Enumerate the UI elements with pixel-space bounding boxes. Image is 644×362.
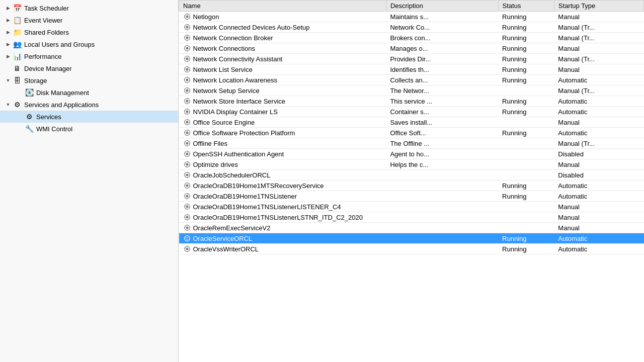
sidebar-item-storage[interactable]: ▼🗄Storage	[0, 74, 178, 86]
expand-icon-performance[interactable]: ▶	[4, 54, 12, 59]
service-icon	[183, 203, 191, 211]
svg-point-29	[186, 111, 188, 113]
svg-point-2	[186, 16, 188, 18]
service-name-text: Network Connected Devices Auto-Setup	[193, 24, 310, 31]
sidebar-item-device-manager[interactable]: 🖥Device Manager	[0, 62, 178, 74]
table-row[interactable]: OracleRemExecServiceV2Manual	[179, 223, 644, 233]
table-row[interactable]: OracleServiceORCLRunningAutomatic	[179, 233, 644, 244]
table-row[interactable]: OracleVssWriterORCLRunningAutomatic	[179, 244, 644, 254]
main-container: ▶📅Task Scheduler▶📋Event Viewer▶📁Shared F…	[0, 0, 644, 362]
service-startup-cell: Manual	[554, 12, 643, 22]
table-row[interactable]: OracleJobSchedulerORCLDisabled	[179, 170, 644, 180]
service-status-cell: Running	[498, 128, 554, 138]
service-status-cell: Running	[498, 244, 554, 254]
service-startup-cell: Automatic	[554, 180, 643, 191]
service-startup-cell: Manual	[554, 223, 643, 233]
service-name-cell: Netlogon	[179, 12, 386, 22]
table-row[interactable]: Office Software Protection PlatformOffic…	[179, 128, 644, 138]
left-panel: ▶📅Task Scheduler▶📋Event Viewer▶📁Shared F…	[0, 0, 179, 362]
table-row[interactable]: Network ConnectionsManages o...RunningMa…	[179, 43, 644, 54]
col-header-status[interactable]: Status	[498, 1, 554, 12]
sidebar-item-local-users-groups[interactable]: ▶👥Local Users and Groups	[0, 38, 178, 50]
expand-icon-storage[interactable]: ▼	[4, 78, 12, 83]
table-row[interactable]: NetlogonMaintains s...RunningManual	[179, 12, 644, 22]
service-icon	[183, 139, 191, 147]
table-row[interactable]: NVIDIA Display Container LSContainer s..…	[179, 107, 644, 117]
service-name-text: Network List Service	[193, 66, 253, 73]
sidebar-item-performance[interactable]: ▶📊Performance	[0, 50, 178, 62]
service-name-cell: OracleOraDB19Home1MTSRecoveryService	[179, 180, 386, 191]
service-startup-cell: Automatic	[554, 244, 643, 254]
node-icon-device-manager: 🖥	[12, 64, 22, 73]
sidebar-item-task-scheduler[interactable]: ▶📅Task Scheduler	[0, 2, 178, 14]
service-icon	[183, 34, 191, 42]
services-table: Name Description Status Startup Type Net…	[179, 0, 644, 254]
expand-icon-services-and-apps[interactable]: ▼	[4, 102, 12, 107]
service-icon	[183, 44, 191, 52]
expand-icon-shared-folders[interactable]: ▶	[4, 30, 12, 35]
sidebar-label-services: Services	[36, 113, 61, 121]
service-icon	[183, 234, 191, 242]
service-startup-cell: Manual (Tr...	[554, 85, 643, 96]
service-icon	[183, 129, 191, 137]
expand-icon-task-scheduler[interactable]: ▶	[4, 6, 12, 11]
sidebar-item-wmi-control[interactable]: 🔧WMI Control	[0, 123, 178, 135]
col-header-name[interactable]: Name	[179, 1, 386, 12]
table-row[interactable]: Office Source EngineSaves install...Manu…	[179, 117, 644, 128]
sidebar-label-wmi-control: WMI Control	[36, 125, 72, 133]
service-desc-cell: Brokers con...	[386, 33, 498, 43]
sidebar-item-services[interactable]: ⚙Services	[0, 111, 178, 123]
node-icon-wmi-control: 🔧	[24, 124, 34, 133]
service-status-cell	[498, 138, 554, 149]
service-name-text: Network Connectivity Assistant	[193, 55, 283, 63]
table-row[interactable]: Network Store Interface ServiceThis serv…	[179, 96, 644, 107]
sidebar-item-services-and-apps[interactable]: ▼⚙Services and Applications	[0, 99, 178, 111]
service-icon	[183, 182, 191, 190]
sidebar-label-device-manager: Device Manager	[24, 65, 72, 72]
service-desc-cell: Identifies th...	[386, 64, 498, 75]
service-name-cell: Network Store Interface Service	[179, 96, 386, 107]
table-row[interactable]: Optimize drivesHelps the c...Manual	[179, 159, 644, 170]
service-status-cell	[498, 159, 554, 170]
service-name-cell: OpenSSH Authentication Agent	[179, 149, 386, 159]
expand-icon-local-users-groups[interactable]: ▶	[4, 42, 12, 47]
sidebar-item-disk-management[interactable]: 💽Disk Management	[0, 86, 178, 99]
col-header-startup[interactable]: Startup Type	[554, 1, 643, 12]
right-panel: Name Description Status Startup Type Net…	[179, 0, 644, 362]
node-icon-event-viewer: 📋	[12, 16, 22, 25]
service-name-cell: OracleOraDB19Home1TNSListenerLSTNR_ITD_C…	[179, 212, 386, 223]
svg-point-5	[186, 26, 188, 28]
service-status-cell	[498, 117, 554, 128]
table-row[interactable]: Network Location AwarenessCollects an...…	[179, 75, 644, 85]
col-header-desc[interactable]: Description	[386, 1, 498, 12]
sidebar-item-shared-folders[interactable]: ▶📁Shared Folders	[0, 26, 178, 38]
service-icon	[183, 224, 191, 232]
service-desc-cell	[386, 170, 498, 180]
table-row[interactable]: OpenSSH Authentication AgentAgent to ho.…	[179, 149, 644, 159]
table-header-row: Name Description Status Startup Type	[179, 1, 644, 12]
service-name-text: Network Connection Broker	[193, 34, 273, 42]
table-row[interactable]: Network Connectivity AssistantProvides D…	[179, 54, 644, 64]
service-name-cell: Optimize drives	[179, 159, 386, 170]
service-startup-cell: Automatic	[554, 191, 643, 202]
service-status-cell	[498, 202, 554, 212]
table-row[interactable]: OracleOraDB19Home1TNSListenerLISTENER_C4…	[179, 202, 644, 212]
table-row[interactable]: Offline FilesThe Offline ...Manual (Tr..…	[179, 138, 644, 149]
table-row[interactable]: Network Connected Devices Auto-SetupNetw…	[179, 22, 644, 33]
sidebar-item-event-viewer[interactable]: ▶📋Event Viewer	[0, 14, 178, 26]
table-row[interactable]: OracleOraDB19Home1TNSListenerRunningAuto…	[179, 191, 644, 202]
expand-icon-event-viewer[interactable]: ▶	[4, 18, 12, 23]
service-name-cell: OracleVssWriterORCL	[179, 244, 386, 254]
table-row[interactable]: Network List ServiceIdentifies th...Runn…	[179, 64, 644, 75]
table-row[interactable]: Network Connection BrokerBrokers con...R…	[179, 33, 644, 43]
service-desc-cell: Container s...	[386, 107, 498, 117]
table-row[interactable]: OracleOraDB19Home1MTSRecoveryServiceRunn…	[179, 180, 644, 191]
service-desc-cell: Saves install...	[386, 117, 498, 128]
svg-point-35	[186, 132, 188, 134]
service-icon	[183, 245, 191, 253]
table-row[interactable]: Network Setup ServiceThe Networ...Manual…	[179, 85, 644, 96]
node-icon-task-scheduler: 📅	[12, 4, 22, 13]
service-startup-cell: Disabled	[554, 149, 643, 159]
svg-point-44	[186, 163, 188, 165]
table-row[interactable]: OracleOraDB19Home1TNSListenerLSTNR_ITD_C…	[179, 212, 644, 223]
